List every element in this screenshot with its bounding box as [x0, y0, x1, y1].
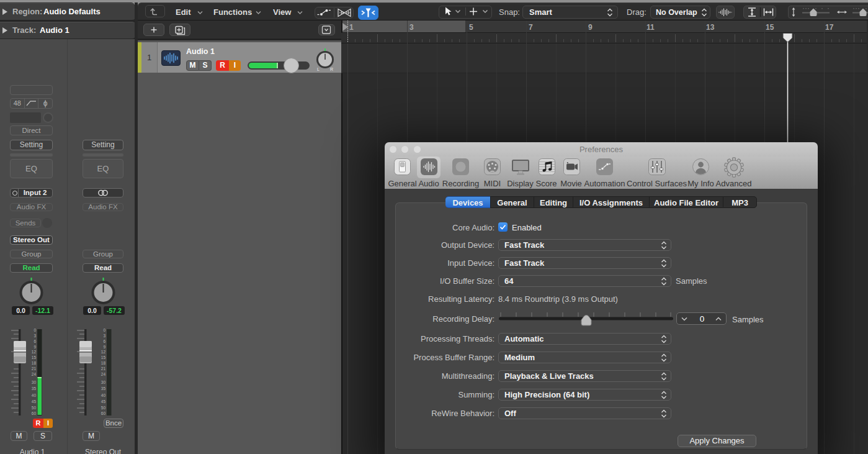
svg-text:3: 3 — [409, 23, 414, 32]
svg-text:30: 30 — [101, 380, 106, 384]
svg-text:24: 24 — [32, 372, 37, 376]
svg-text:21: 21 — [101, 366, 106, 371]
svg-text:15: 15 — [101, 355, 106, 360]
svg-text:21: 21 — [32, 366, 37, 371]
svg-text:0: 0 — [103, 328, 105, 332]
svg-text:11: 11 — [647, 23, 655, 32]
svg-text:40: 40 — [101, 393, 106, 397]
svg-text:6: 6 — [103, 339, 105, 343]
svg-text:9: 9 — [103, 345, 105, 349]
svg-text:40: 40 — [32, 393, 37, 397]
svg-text:L: L — [317, 67, 320, 71]
svg-text:18: 18 — [32, 361, 37, 365]
svg-text:15: 15 — [766, 23, 774, 32]
svg-text:5: 5 — [469, 23, 473, 32]
svg-text:60: 60 — [101, 411, 106, 415]
svg-text:3: 3 — [103, 334, 105, 338]
svg-text:35: 35 — [101, 386, 106, 391]
svg-text:45: 45 — [101, 399, 106, 404]
svg-text:0: 0 — [34, 328, 36, 332]
svg-text:9: 9 — [34, 345, 36, 349]
svg-text:35: 35 — [32, 386, 37, 391]
svg-text:7: 7 — [529, 23, 533, 32]
svg-text:1: 1 — [349, 23, 354, 32]
svg-text:9: 9 — [588, 23, 593, 32]
svg-text:3: 3 — [34, 334, 36, 338]
svg-text:17: 17 — [825, 23, 834, 32]
svg-text:12: 12 — [101, 350, 106, 354]
svg-text:24: 24 — [101, 372, 106, 376]
svg-text:R: R — [330, 67, 333, 71]
svg-text:15: 15 — [32, 355, 37, 360]
svg-text:60: 60 — [32, 411, 37, 415]
svg-text:13: 13 — [706, 23, 715, 32]
svg-text:12: 12 — [32, 350, 37, 354]
svg-text:50: 50 — [32, 406, 37, 410]
svg-text:30: 30 — [32, 380, 37, 384]
svg-text:50: 50 — [101, 406, 106, 410]
svg-text:45: 45 — [32, 399, 37, 404]
svg-text:18: 18 — [101, 361, 106, 365]
svg-text:6: 6 — [34, 339, 36, 343]
